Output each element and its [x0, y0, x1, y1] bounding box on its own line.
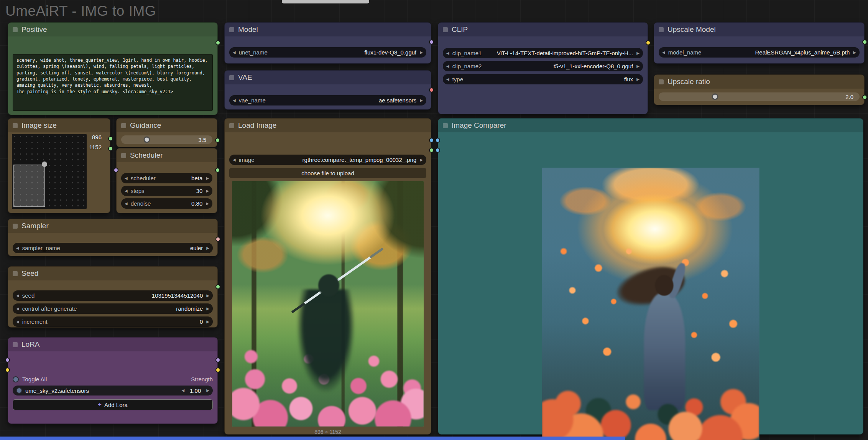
- collapse-icon[interactable]: [13, 224, 18, 229]
- input-slot-image-a[interactable]: [435, 138, 440, 143]
- clip-type-widget[interactable]: type flux: [443, 74, 643, 84]
- size-preview-rect[interactable]: [13, 165, 45, 207]
- arrow-left-icon[interactable]: [16, 294, 19, 298]
- scheduler-widget[interactable]: scheduler beta: [121, 173, 212, 183]
- arrow-left-icon[interactable]: [233, 158, 236, 162]
- collapse-icon[interactable]: [13, 271, 18, 276]
- compared-image[interactable]: [542, 168, 760, 440]
- collapse-icon[interactable]: [443, 27, 448, 32]
- arrow-left-icon[interactable]: [446, 77, 449, 81]
- arrow-left-icon[interactable]: [125, 176, 128, 180]
- node-positive[interactable]: Positive scenery, wide shot, three_quart…: [8, 22, 218, 115]
- arrow-right-icon[interactable]: [636, 64, 639, 68]
- output-slot-sampler[interactable]: [215, 237, 220, 242]
- arrow-right-icon[interactable]: [206, 320, 209, 324]
- arrow-left-icon[interactable]: [125, 202, 128, 206]
- collapse-icon[interactable]: [229, 27, 234, 32]
- prompt-textarea[interactable]: scenery, wide shot, three_quarter_view, …: [13, 54, 213, 111]
- arrow-right-icon[interactable]: [206, 246, 209, 250]
- arrow-left-icon[interactable]: [233, 99, 236, 102]
- vae-name-widget[interactable]: vae_name ae.safetensors: [229, 95, 426, 105]
- seed-widget[interactable]: seed 1031951344512040: [13, 290, 213, 301]
- arrow-left-icon[interactable]: [125, 189, 128, 193]
- node-vae[interactable]: VAE vae_name ae.safetensors: [224, 70, 431, 110]
- output-slot-upscale-model[interactable]: [862, 40, 867, 44]
- slider-knob[interactable]: [712, 94, 718, 100]
- collapse-icon[interactable]: [121, 123, 126, 128]
- node-header[interactable]: Model: [225, 23, 431, 36]
- output-slot-model[interactable]: [215, 358, 220, 363]
- arrow-right-icon[interactable]: [636, 51, 639, 55]
- lora-item-toggle[interactable]: [16, 387, 22, 394]
- node-image-size[interactable]: Image size 896 1152: [8, 118, 110, 213]
- collapse-icon[interactable]: [229, 75, 234, 80]
- output-slot-mask[interactable]: [429, 148, 434, 153]
- collapse-icon[interactable]: [659, 79, 664, 84]
- top-menu-tab[interactable]: [282, 0, 369, 3]
- input-slot-image-b[interactable]: [435, 148, 440, 153]
- output-slot-vae[interactable]: [429, 87, 434, 92]
- output-slot-conditioning[interactable]: [215, 40, 220, 45]
- arrow-right-icon[interactable]: [420, 158, 423, 162]
- arrow-right-icon[interactable]: [420, 99, 423, 102]
- node-clip[interactable]: CLIP clip_name1 ViT-L-14-TEXT-detail-imp…: [438, 22, 648, 114]
- node-upscale-ratio[interactable]: Upscale ratio 2.0: [654, 74, 865, 105]
- arrow-right-icon[interactable]: [206, 389, 209, 392]
- node-upscale-model[interactable]: Upscale Model model_name RealESRGAN_x4pl…: [654, 22, 865, 64]
- arrow-right-icon[interactable]: [636, 77, 639, 81]
- node-load-image[interactable]: Load Image image rgthree.compare._temp_p…: [224, 118, 431, 435]
- node-header[interactable]: Scheduler: [117, 148, 217, 162]
- output-slot-ratio[interactable]: [862, 95, 867, 100]
- size-preview-canvas[interactable]: [12, 134, 87, 209]
- increment-widget[interactable]: increment 0: [13, 316, 213, 327]
- output-slot-width[interactable]: [108, 136, 113, 141]
- node-scheduler[interactable]: Scheduler scheduler beta steps 30 denois…: [116, 148, 217, 213]
- input-slot-model[interactable]: [5, 358, 10, 363]
- unet-name-widget[interactable]: unet_name flux1-dev-Q8_0.gguf: [229, 47, 426, 58]
- arrow-left-icon[interactable]: [16, 320, 19, 324]
- node-sampler[interactable]: Sampler sampler_name euler: [8, 219, 218, 256]
- node-header[interactable]: VAE: [225, 71, 431, 84]
- node-header[interactable]: Load Image: [225, 119, 431, 132]
- arrow-right-icon[interactable]: [206, 202, 209, 206]
- node-seed[interactable]: Seed seed 1031951344512040 control after…: [8, 266, 218, 328]
- arrow-left-icon[interactable]: [446, 64, 449, 68]
- arrow-left-icon[interactable]: [233, 51, 236, 54]
- output-slot-guidance[interactable]: [215, 138, 220, 143]
- arrow-left-icon[interactable]: [181, 389, 184, 392]
- lora-item-row[interactable]: ume_sky_v2.safetensors 1.00: [13, 386, 213, 396]
- collapse-icon[interactable]: [659, 27, 664, 32]
- arrow-right-icon[interactable]: [206, 294, 209, 298]
- arrow-left-icon[interactable]: [16, 246, 19, 250]
- output-slot-clip[interactable]: [646, 40, 651, 45]
- output-slot-height[interactable]: [108, 146, 113, 151]
- node-header[interactable]: Positive: [8, 23, 217, 36]
- node-header[interactable]: Sampler: [8, 219, 217, 233]
- upscale-ratio-slider[interactable]: 2.0: [659, 92, 860, 101]
- node-header[interactable]: Image size: [8, 119, 110, 132]
- node-header[interactable]: CLIP: [438, 23, 648, 36]
- output-slot-sigmas[interactable]: [215, 168, 220, 173]
- arrow-right-icon[interactable]: [206, 176, 209, 180]
- node-model[interactable]: Model unet_name flux1-dev-Q8_0.gguf: [224, 22, 431, 64]
- node-image-comparer[interactable]: Image Comparer: [438, 118, 863, 435]
- arrow-right-icon[interactable]: [206, 189, 209, 193]
- node-header[interactable]: Upscale ratio: [654, 75, 864, 89]
- denoise-widget[interactable]: denoise 0.80: [121, 198, 212, 209]
- slider-knob[interactable]: [143, 137, 150, 143]
- guidance-slider[interactable]: 3.5: [121, 135, 212, 144]
- output-slot-seed[interactable]: [215, 284, 220, 289]
- arrow-left-icon[interactable]: [16, 307, 19, 311]
- collapse-icon[interactable]: [13, 27, 18, 32]
- control-after-generate-widget[interactable]: control after generate randomize: [13, 303, 213, 314]
- node-lora[interactable]: LoRA Toggle All Strength ume_sky_v2.safe…: [8, 337, 218, 424]
- toggle-all-switch[interactable]: [13, 376, 19, 382]
- output-slot-clip[interactable]: [215, 367, 220, 372]
- node-header[interactable]: Guidance: [117, 119, 217, 132]
- collapse-icon[interactable]: [443, 123, 448, 128]
- arrow-left-icon[interactable]: [446, 51, 449, 55]
- output-slot-model[interactable]: [429, 40, 434, 44]
- add-lora-button[interactable]: + Add Lora: [13, 399, 213, 410]
- node-header[interactable]: Image Comparer: [438, 119, 863, 132]
- node-header[interactable]: Seed: [8, 267, 217, 280]
